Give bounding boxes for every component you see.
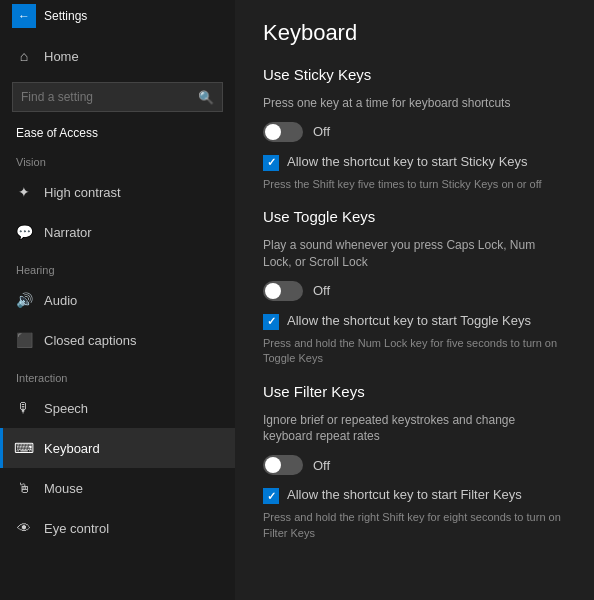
sidebar-item-high-contrast[interactable]: ✦ High contrast bbox=[0, 172, 235, 212]
interaction-section-label: Interaction bbox=[0, 360, 235, 388]
titlebar-title: Settings bbox=[44, 9, 87, 23]
sidebar-audio-label: Audio bbox=[44, 293, 77, 308]
filter-keys-toggle-row: Off bbox=[263, 455, 566, 475]
high-contrast-icon: ✦ bbox=[16, 184, 32, 200]
sidebar-narrator-label: Narrator bbox=[44, 225, 92, 240]
page-title: Keyboard bbox=[263, 20, 566, 46]
toggle-keys-toggle-label: Off bbox=[313, 283, 330, 298]
home-icon: ⌂ bbox=[16, 48, 32, 64]
toggle-keys-helper: Press and hold the Num Lock key for five… bbox=[263, 336, 566, 367]
sidebar-mouse-label: Mouse bbox=[44, 481, 83, 496]
sidebar-item-eye-control[interactable]: 👁 Eye control bbox=[0, 508, 235, 548]
filter-keys-helper: Press and hold the right Shift key for e… bbox=[263, 510, 566, 541]
sidebar-eye-control-label: Eye control bbox=[44, 521, 109, 536]
back-button[interactable]: ← bbox=[12, 4, 36, 28]
eye-control-icon: 👁 bbox=[16, 520, 32, 536]
filter-keys-toggle[interactable] bbox=[263, 455, 303, 475]
sidebar-high-contrast-label: High contrast bbox=[44, 185, 121, 200]
filter-keys-description: Ignore brief or repeated keystrokes and … bbox=[263, 412, 566, 446]
toggle-keys-title: Use Toggle Keys bbox=[263, 208, 566, 225]
toggle-keys-checkbox[interactable] bbox=[263, 314, 279, 330]
sidebar-item-keyboard[interactable]: ⌨ Keyboard bbox=[0, 428, 235, 468]
sticky-keys-section: Use Sticky Keys Press one key at a time … bbox=[263, 66, 566, 192]
sidebar: ← Settings ⌂ Home 🔍 Ease of Access Visio… bbox=[0, 0, 235, 600]
main-content: Keyboard Use Sticky Keys Press one key a… bbox=[235, 0, 594, 600]
toggle-keys-description: Play a sound whenever you press Caps Loc… bbox=[263, 237, 566, 271]
sticky-keys-checkbox[interactable] bbox=[263, 155, 279, 171]
sticky-keys-checkbox-label: Allow the shortcut key to start Sticky K… bbox=[287, 154, 528, 171]
keyboard-icon: ⌨ bbox=[16, 440, 32, 456]
filter-keys-checkbox-label: Allow the shortcut key to start Filter K… bbox=[287, 487, 522, 504]
filter-keys-checkbox-row: Allow the shortcut key to start Filter K… bbox=[263, 487, 566, 504]
vision-section-label: Vision bbox=[0, 144, 235, 172]
filter-keys-section: Use Filter Keys Ignore brief or repeated… bbox=[263, 383, 566, 541]
sidebar-content: ⌂ Home 🔍 Ease of Access Vision ✦ High co… bbox=[0, 32, 235, 552]
toggle-keys-section: Use Toggle Keys Play a sound whenever yo… bbox=[263, 208, 566, 366]
sidebar-item-home[interactable]: ⌂ Home bbox=[0, 36, 235, 76]
sticky-keys-toggle-row: Off bbox=[263, 122, 566, 142]
search-box[interactable]: 🔍 bbox=[12, 82, 223, 112]
filter-keys-toggle-label: Off bbox=[313, 458, 330, 473]
sticky-keys-toggle[interactable] bbox=[263, 122, 303, 142]
speech-icon: 🎙 bbox=[16, 400, 32, 416]
sticky-keys-helper: Press the Shift key five times to turn S… bbox=[263, 177, 566, 192]
sidebar-home-label: Home bbox=[44, 49, 79, 64]
sidebar-speech-label: Speech bbox=[44, 401, 88, 416]
sidebar-item-audio[interactable]: 🔊 Audio bbox=[0, 280, 235, 320]
sticky-keys-description: Press one key at a time for keyboard sho… bbox=[263, 95, 566, 112]
sidebar-item-closed-captions[interactable]: ⬛ Closed captions bbox=[0, 320, 235, 360]
ease-of-access-label: Ease of Access bbox=[0, 118, 235, 144]
filter-keys-checkbox[interactable] bbox=[263, 488, 279, 504]
narrator-icon: 💬 bbox=[16, 224, 32, 240]
hearing-section-label: Hearing bbox=[0, 252, 235, 280]
titlebar: ← Settings bbox=[0, 0, 235, 32]
sidebar-keyboard-label: Keyboard bbox=[44, 441, 100, 456]
toggle-keys-toggle[interactable] bbox=[263, 281, 303, 301]
sticky-keys-title: Use Sticky Keys bbox=[263, 66, 566, 83]
sidebar-item-narrator[interactable]: 💬 Narrator bbox=[0, 212, 235, 252]
search-icon: 🔍 bbox=[198, 90, 214, 105]
sidebar-item-speech[interactable]: 🎙 Speech bbox=[0, 388, 235, 428]
search-input[interactable] bbox=[21, 90, 192, 104]
sticky-keys-checkbox-row: Allow the shortcut key to start Sticky K… bbox=[263, 154, 566, 171]
toggle-keys-checkbox-label: Allow the shortcut key to start Toggle K… bbox=[287, 313, 531, 330]
closed-captions-icon: ⬛ bbox=[16, 332, 32, 348]
sidebar-closed-captions-label: Closed captions bbox=[44, 333, 137, 348]
audio-icon: 🔊 bbox=[16, 292, 32, 308]
toggle-keys-checkbox-row: Allow the shortcut key to start Toggle K… bbox=[263, 313, 566, 330]
toggle-keys-toggle-row: Off bbox=[263, 281, 566, 301]
sidebar-item-mouse[interactable]: 🖱 Mouse bbox=[0, 468, 235, 508]
sticky-keys-toggle-label: Off bbox=[313, 124, 330, 139]
back-icon: ← bbox=[18, 9, 30, 23]
filter-keys-title: Use Filter Keys bbox=[263, 383, 566, 400]
mouse-icon: 🖱 bbox=[16, 480, 32, 496]
